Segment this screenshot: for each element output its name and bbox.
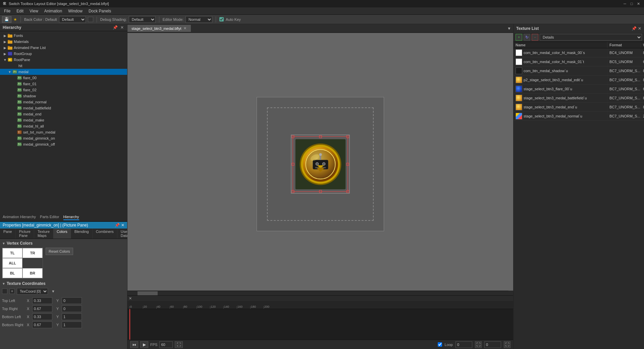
tree-item-medal-hl-all[interactable]: medal_hl_all xyxy=(0,123,127,129)
tree-item-medal-battlefield[interactable]: medal_battlefield xyxy=(0,105,127,111)
tree-item-rootpane[interactable]: ▼RRootPane xyxy=(0,57,127,63)
fps-input[interactable] xyxy=(159,341,173,348)
tex-coord-arrow[interactable]: ▼ xyxy=(2,282,5,286)
debug-shading-select[interactable]: Default xyxy=(129,16,156,23)
color-cell-tr[interactable]: TR xyxy=(22,248,43,258)
top-right-y-input[interactable] xyxy=(62,305,82,312)
texture-row-5[interactable]: stage_select_btn3_medal_battlefield`uBC7… xyxy=(514,94,644,103)
handle-tm[interactable] xyxy=(319,136,322,138)
canvas-viewport[interactable] xyxy=(127,33,513,295)
handle-bl[interactable] xyxy=(292,190,294,193)
prop-tab-picture-pane[interactable]: Picture Pane xyxy=(16,229,34,239)
tree-item-rootgroup[interactable]: ▶RootGroup xyxy=(0,51,127,57)
tree-item-shadow[interactable]: shadow xyxy=(0,93,127,99)
anim-tab-parts[interactable]: Parts Editor xyxy=(40,214,59,220)
vertex-colors-arrow[interactable]: ▼ xyxy=(2,242,5,245)
minimize-button[interactable]: ─ xyxy=(622,1,628,7)
color-cell-br[interactable]: BR xyxy=(22,268,43,278)
menu-dock-panels[interactable]: Dock Panels xyxy=(86,8,114,14)
texture-row-1[interactable]: com_btn_medal_color_hl_mask_01`tBC5_UNOR… xyxy=(514,57,644,66)
tex-coord-select[interactable]: TexCoord [0] xyxy=(17,288,48,295)
anim-tab-animation[interactable]: Animation Hierarchy xyxy=(3,214,36,220)
tree-expand-Materials[interactable]: ▶ xyxy=(3,40,7,44)
prop-tab-combiners[interactable]: Combiners xyxy=(93,229,117,239)
properties-pin-button[interactable]: 📌 xyxy=(115,223,120,228)
back-color-select[interactable]: Default xyxy=(59,16,86,23)
tree-item-fonts[interactable]: ▶Fonts xyxy=(0,33,127,39)
texture-reload-button[interactable]: ↻ xyxy=(524,34,530,41)
texture-row-3[interactable]: p2_stage_select_btn3_medal_edit`uBC7_UNO… xyxy=(514,76,644,85)
close-button[interactable]: ✕ xyxy=(635,1,641,7)
menu-edit[interactable]: Edit xyxy=(14,8,26,14)
hierarchy-pin-button[interactable]: 📌 xyxy=(112,25,118,30)
canvas-scroll-x[interactable] xyxy=(127,291,508,295)
timeline-fullscreen-icon[interactable]: ⛶ xyxy=(504,341,511,348)
timeline-rewind-button[interactable]: ⏮ xyxy=(130,341,138,348)
prop-tab-texture-maps[interactable]: Texture Maps xyxy=(34,229,53,239)
top-right-x-input[interactable] xyxy=(32,305,52,312)
hierarchy-close-button[interactable]: ✕ xyxy=(120,25,124,30)
tree-item-medal-normal[interactable]: medal_normal xyxy=(0,99,127,105)
texture-list-close-button[interactable]: ✕ xyxy=(638,26,641,31)
timeline-cursor[interactable] xyxy=(129,309,130,340)
loop-value-input[interactable] xyxy=(455,341,472,348)
tree-item-medal-make[interactable]: medal_make xyxy=(0,117,127,123)
texture-row-6[interactable]: stage_select_btn3_medal_end`uBC7_UNORM_S… xyxy=(514,103,644,112)
timeline-play-button[interactable]: ▶ xyxy=(140,341,148,348)
tree-item-flare-01[interactable]: flare_01 xyxy=(0,81,127,87)
handle-tl[interactable] xyxy=(292,136,294,138)
timeline-expand-button[interactable]: ⛶ xyxy=(175,341,183,348)
tree-item-medal-gimmick-on[interactable]: medal_gimmick_on xyxy=(0,135,127,141)
canvas-tab-main[interactable]: stage_select_btn3_medal.bflyt ✕ xyxy=(127,25,191,32)
reset-colors-button[interactable]: Reset Colors xyxy=(46,248,73,255)
prop-tab-colors[interactable]: Colors xyxy=(53,229,71,239)
tree-expand-Fonts[interactable]: ▶ xyxy=(3,34,7,38)
texture-row-2[interactable]: com_btn_medal_shadow`uBC7_UNORM_S...8484 xyxy=(514,66,644,76)
tree-expand-medal[interactable]: ▼ xyxy=(7,70,12,74)
editor-mode-select[interactable]: Normal xyxy=(185,16,212,23)
save-button[interactable]: 💾 xyxy=(2,16,11,23)
top-left-x-input[interactable] xyxy=(32,297,52,304)
texture-row-7[interactable]: stage_select_btn3_medal_normal`uBC7_UNOR… xyxy=(514,112,644,121)
tree-item-medal-end[interactable]: medal_end xyxy=(0,111,127,117)
maximize-button[interactable]: □ xyxy=(629,1,635,7)
handle-tr[interactable] xyxy=(346,136,349,138)
texture-row-0[interactable]: com_btn_medal_color_hl_mask_00`sBC4_UNOR… xyxy=(514,48,644,57)
color-cell-all[interactable]: ALL xyxy=(2,258,22,268)
tree-item-animated-pane-list[interactable]: ▶Animated Pane List xyxy=(0,45,127,51)
prop-tab-blending[interactable]: Blending xyxy=(71,229,93,239)
tex-coord-add-button[interactable]: + xyxy=(9,289,15,294)
tree-expand-RootGroup[interactable]: ▶ xyxy=(3,52,7,56)
timeline-collapse-arrow[interactable]: ✕ xyxy=(127,296,133,301)
menu-animation[interactable]: Animation xyxy=(42,8,65,14)
handle-ml[interactable] xyxy=(292,163,294,165)
menu-file[interactable]: File xyxy=(1,8,13,14)
tex-coord-dropdown-arrow[interactable]: ▼ xyxy=(51,289,55,293)
tree-item-hit[interactable]: hit xyxy=(0,63,127,69)
bottom-left-x-input[interactable] xyxy=(32,313,52,320)
properties-close-button[interactable]: ✕ xyxy=(121,223,124,228)
tree-item-medal[interactable]: ▼medal xyxy=(0,69,127,75)
tree-item-flare-00[interactable]: flare_00 xyxy=(0,75,127,81)
color-cell-bl[interactable]: BL xyxy=(2,268,22,278)
tree-item-materials[interactable]: ▶Materials xyxy=(0,39,127,45)
timeline-frame-icon[interactable]: ⛶ xyxy=(475,341,482,348)
tree-item-medal-gimmick-off[interactable]: medal_gimmick_off xyxy=(0,141,127,147)
canvas-tab-dropdown[interactable]: ▼ xyxy=(505,26,513,31)
menu-window[interactable]: Window xyxy=(65,8,85,14)
canvas-scroll-thumb[interactable] xyxy=(138,291,158,295)
bottom-right-y-input[interactable] xyxy=(62,321,82,328)
medal-container[interactable] xyxy=(291,135,350,194)
auto-key-checkbox[interactable] xyxy=(219,17,224,21)
menu-view[interactable]: View xyxy=(27,8,41,14)
canvas-tab-close[interactable]: ✕ xyxy=(183,26,186,31)
prop-tab-pane[interactable]: Pane xyxy=(0,229,16,239)
texture-detail-select[interactable]: Details xyxy=(540,34,642,41)
tree-item-set-txt-num-medal[interactable]: Tset_txt_num_medal xyxy=(0,129,127,135)
bottom-left-y-input[interactable] xyxy=(62,313,82,320)
back-color-swatch[interactable] xyxy=(88,17,93,22)
top-left-y-input[interactable] xyxy=(62,297,82,304)
color-cell-tl[interactable]: TL xyxy=(2,248,22,258)
handle-br[interactable] xyxy=(346,190,349,193)
texture-add-button[interactable]: + xyxy=(516,34,522,41)
